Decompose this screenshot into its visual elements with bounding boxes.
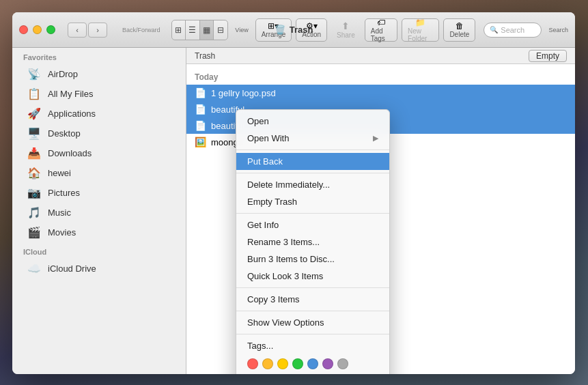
menu-separator-2 xyxy=(236,173,389,173)
sidebar-item-pictures[interactable]: 📷 Pictures xyxy=(16,183,182,203)
search-placeholder: Search xyxy=(501,26,524,34)
movies-label: Movies xyxy=(48,227,76,238)
sidebar: Favorites 📡 AirDrop 📋 All My Files 🚀 App… xyxy=(12,48,186,374)
window-title-area: 🗑️ Trash xyxy=(275,25,313,35)
sidebar-item-hewei[interactable]: 🏠 hewei xyxy=(16,163,182,183)
sidebar-item-airdrop[interactable]: 📡 AirDrop xyxy=(16,64,182,84)
date-header: Today xyxy=(186,70,575,85)
tag-red[interactable] xyxy=(247,358,258,369)
sidebar-item-applications[interactable]: 🚀 Applications xyxy=(16,104,182,124)
back-button[interactable]: ‹ xyxy=(68,23,87,38)
tags-label: Tags... xyxy=(247,341,273,351)
finder-window: ‹ › Back/Forward ⊞ ☰ ▦ ⊟ View ⊞▾ Arrange… xyxy=(12,12,575,374)
sidebar-item-music[interactable]: 🎵 Music xyxy=(16,203,182,223)
tag-gray[interactable] xyxy=(337,358,348,369)
search-icon: 🔍 xyxy=(490,26,498,33)
close-button[interactable] xyxy=(19,25,28,34)
empty-trash-label: Empty Trash xyxy=(247,197,297,207)
pictures-label: Pictures xyxy=(48,188,80,198)
window-title: Trash xyxy=(290,25,313,35)
delete-label: Delete xyxy=(449,31,469,38)
menu-item-burn-3-items[interactable]: Burn 3 Items to Disc... xyxy=(236,251,389,268)
airdrop-label: AirDrop xyxy=(48,69,78,79)
file-icon: 📄 xyxy=(195,120,206,131)
icloud-drive-icon: ☁️ xyxy=(27,262,41,275)
list-view-button[interactable]: ☰ xyxy=(186,20,200,40)
context-menu: Open Open With ▶ Put Back Delete Immedia… xyxy=(236,109,390,374)
table-row[interactable]: 📄 1 gellry logo.psd xyxy=(186,85,575,101)
new-folder-label: New Folder xyxy=(408,27,433,42)
movies-icon: 🎬 xyxy=(27,226,41,239)
delete-button[interactable]: 🗑 Delete xyxy=(443,18,475,42)
menu-separator-4 xyxy=(236,287,389,288)
show-view-options-label: Show View Options xyxy=(247,317,324,328)
tag-blue[interactable] xyxy=(307,358,318,369)
search-label: Search xyxy=(548,27,568,33)
tag-color-row xyxy=(236,354,389,373)
path-bar: Trash Empty xyxy=(186,48,575,64)
menu-item-open[interactable]: Open xyxy=(236,113,389,130)
favorites-section-label: Favorites xyxy=(12,48,186,64)
tag-purple[interactable] xyxy=(322,358,333,369)
icon-view-button[interactable]: ⊞ xyxy=(172,20,186,40)
minimize-button[interactable] xyxy=(33,25,42,34)
trash-icon-title: 🗑️ xyxy=(275,25,285,35)
forward-button[interactable]: › xyxy=(88,23,107,38)
sidebar-item-desktop[interactable]: 🖥️ Desktop xyxy=(16,124,182,143)
file-name: 1 gellry logo.psd xyxy=(211,88,276,98)
menu-item-copy-3-items[interactable]: Copy 3 Items xyxy=(236,291,389,308)
copy-3-items-label: Copy 3 Items xyxy=(247,294,300,304)
cover-flow-button[interactable]: ⊟ xyxy=(214,20,227,40)
rename-3-items-label: Rename 3 Items... xyxy=(247,237,320,247)
menu-item-put-back[interactable]: Put Back xyxy=(236,153,389,170)
file-icon: 🖼️ xyxy=(195,137,206,147)
path-label: Trash xyxy=(195,51,215,61)
view-label: View xyxy=(235,27,248,33)
sidebar-item-movies[interactable]: 🎬 Movies xyxy=(16,223,182,242)
tag-green[interactable] xyxy=(292,358,303,369)
put-back-label: Put Back xyxy=(247,156,283,167)
fullscreen-button[interactable] xyxy=(46,25,55,34)
traffic-lights xyxy=(19,25,55,34)
hewei-icon: 🏠 xyxy=(27,167,41,180)
tag-yellow[interactable] xyxy=(277,358,288,369)
open-with-label: Open With xyxy=(247,133,289,143)
file-icon: 📄 xyxy=(195,87,206,98)
column-view-button[interactable]: ▦ xyxy=(200,20,214,40)
file-icon: 📄 xyxy=(195,104,206,115)
title-toolbar: ‹ › Back/Forward ⊞ ☰ ▦ ⊟ View ⊞▾ Arrange… xyxy=(12,12,575,48)
sidebar-item-all-my-files[interactable]: 📋 All My Files xyxy=(16,84,182,104)
sidebar-item-downloads[interactable]: 📥 Downloads xyxy=(16,143,182,163)
hewei-label: hewei xyxy=(48,168,71,178)
menu-item-tags[interactable]: Tags... xyxy=(236,337,389,354)
add-tags-button[interactable]: 🏷 Add Tags xyxy=(365,18,397,42)
get-info-label: Get Info xyxy=(247,220,279,230)
back-forward-buttons: ‹ › xyxy=(68,23,107,38)
share-label: Share xyxy=(337,31,355,39)
share-button[interactable]: ⬆ Share xyxy=(331,18,361,42)
menu-item-quick-look-3-items[interactable]: Quick Look 3 Items xyxy=(236,268,389,285)
menu-item-delete-immediately[interactable]: Delete Immediately... xyxy=(236,176,389,193)
all-my-files-icon: 📋 xyxy=(27,87,41,100)
menu-separator-5 xyxy=(236,311,389,311)
menu-item-rename-3-items[interactable]: Rename 3 Items... xyxy=(236,233,389,251)
burn-3-items-label: Burn 3 Items to Disc... xyxy=(247,254,335,264)
open-label: Open xyxy=(247,116,269,126)
search-box[interactable]: 🔍 Search xyxy=(484,23,542,38)
view-buttons-group: ⊞ ☰ ▦ ⊟ xyxy=(171,20,229,40)
downloads-label: Downloads xyxy=(48,148,92,158)
tag-orange[interactable] xyxy=(262,358,273,369)
menu-item-show-view-options[interactable]: Show View Options xyxy=(236,314,389,331)
applications-label: Applications xyxy=(48,109,96,119)
all-my-files-label: All My Files xyxy=(48,89,93,99)
empty-button[interactable]: Empty xyxy=(529,50,567,62)
back-forward-label: Back/Forward xyxy=(122,27,160,33)
icloud-section-label: iCloud xyxy=(12,242,186,259)
sidebar-item-icloud-drive[interactable]: ☁️ iCloud Drive xyxy=(16,259,182,279)
quick-look-3-items-label: Quick Look 3 Items xyxy=(247,271,323,281)
menu-item-empty-trash[interactable]: Empty Trash xyxy=(236,193,389,210)
new-folder-button[interactable]: 📁 New Folder xyxy=(402,18,439,42)
downloads-icon: 📥 xyxy=(27,147,41,160)
menu-item-open-with[interactable]: Open With ▶ xyxy=(236,130,389,147)
menu-item-get-info[interactable]: Get Info xyxy=(236,216,389,233)
